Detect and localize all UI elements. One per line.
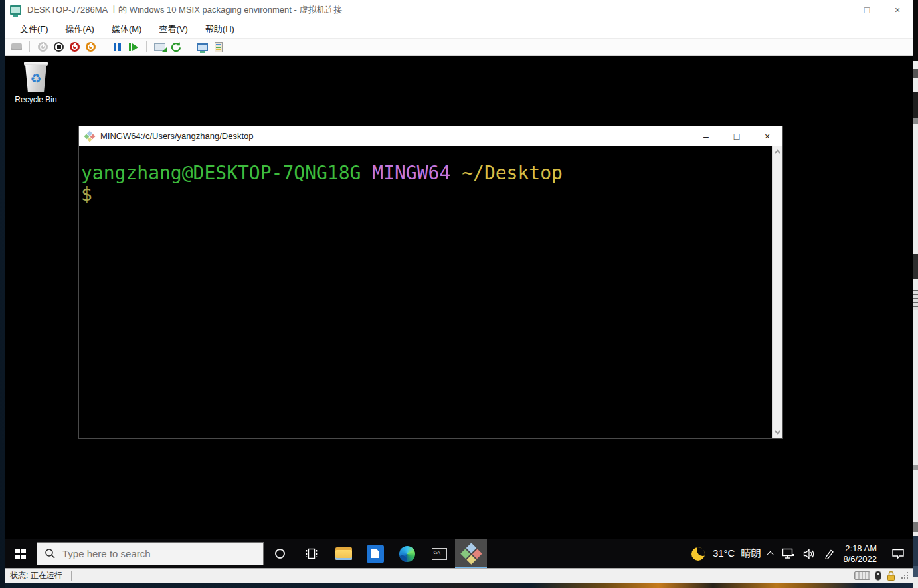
vm-window-title: DESKTOP-J7286MA 上的 Windows 10 MSIX packa…: [27, 4, 342, 16]
mouse-capture-icon: [875, 571, 881, 581]
prompt-user-host: yangzhang@DESKTOP-7QNG18G: [81, 162, 361, 184]
task-view-icon: [305, 548, 318, 559]
toolbar-separator: [104, 41, 104, 52]
cortana-icon: [275, 549, 285, 559]
vm-menu-bar: 文件(F) 操作(A) 媒体(M) 查看(V) 帮助(H): [5, 20, 913, 38]
command-prompt-button[interactable]: C:\_: [423, 539, 455, 568]
clock-date: 8/6/2022: [843, 554, 877, 565]
file-explorer-icon: [335, 547, 352, 560]
recycle-bin-desktop-icon[interactable]: ♻ Recycle Bin: [10, 59, 62, 104]
vm-window-controls: – □ ×: [821, 0, 913, 20]
vm-toolbar: [5, 38, 913, 56]
mingw64-terminal-window: MINGW64:/c/Users/yangzhang/Desktop – □ ×…: [78, 126, 783, 439]
host-wallpaper-sliver: [5, 583, 913, 588]
vm-taskbar: C:\_ 31°C 晴朗: [5, 539, 913, 568]
pause-icon[interactable]: [111, 41, 124, 53]
menu-media[interactable]: 媒体(M): [103, 21, 151, 38]
resize-grip[interactable]: [901, 571, 909, 580]
toolbar-separator: [146, 41, 147, 52]
menu-help[interactable]: 帮助(H): [197, 21, 243, 38]
terminal-prompt-line: yangzhang@DESKTOP-7QNG18G MINGW64 ~/Desk…: [81, 163, 769, 184]
system-tray: 31°C 晴朗 2:18 AM 8/6/202: [691, 539, 913, 568]
terminal-title: MINGW64:/c/Users/yangzhang/Desktop: [100, 131, 253, 141]
stop-vm-icon[interactable]: [52, 41, 65, 53]
maximize-button[interactable]: □: [852, 0, 882, 20]
statusbar-separator: [71, 571, 72, 581]
vm-status-text: 状态: 正在运行: [10, 570, 62, 581]
enhanced-session-icon[interactable]: [196, 41, 209, 53]
terminal-content[interactable]: yangzhang@DESKTOP-7QNG18G MINGW64 ~/Desk…: [79, 146, 782, 438]
terminal-minimize-button[interactable]: –: [691, 126, 721, 146]
vm-desktop: ♻ Recycle Bin MINGW64:/c/Users/yangzhang…: [5, 56, 913, 568]
background-window-sliver: [913, 0, 918, 588]
checkpoint-icon[interactable]: [153, 41, 166, 53]
terminal-close-button[interactable]: ×: [752, 126, 782, 146]
taskbar-clock[interactable]: 2:18 AM 8/6/2022: [843, 543, 877, 565]
shut-down-icon[interactable]: [84, 41, 97, 53]
menu-action[interactable]: 操作(A): [57, 21, 103, 38]
prompt-symbol: $: [81, 183, 92, 205]
terminal-input-line: $: [81, 184, 769, 205]
terminal-scrollbar[interactable]: [772, 146, 782, 438]
search-input[interactable]: [62, 548, 229, 559]
network-icon[interactable]: [782, 548, 795, 559]
vm-status-bar: 状态: 正在运行: [5, 568, 913, 583]
turn-off-icon[interactable]: [68, 41, 81, 53]
minimize-button[interactable]: –: [821, 0, 852, 20]
start-vm-icon[interactable]: [37, 41, 49, 53]
revert-arrow-icon: [170, 41, 181, 52]
prompt-path: ~/Desktop: [462, 162, 563, 184]
vm-connection-window: DESKTOP-J7286MA 上的 Windows 10 MSIX packa…: [5, 0, 913, 583]
show-hidden-icons-chevron[interactable]: [767, 551, 774, 558]
windows-logo-icon: [15, 549, 26, 559]
nat-network-icon[interactable]: [212, 41, 225, 53]
resume-icon[interactable]: [127, 41, 139, 53]
action-center-button[interactable]: [891, 548, 905, 559]
recycle-symbol: ♻: [30, 72, 41, 85]
recycle-bin-label: Recycle Bin: [10, 95, 62, 104]
menu-view[interactable]: 查看(V): [150, 21, 196, 38]
prompt-env: MINGW64: [372, 162, 450, 184]
file-explorer-button[interactable]: [327, 539, 359, 568]
close-button[interactable]: ×: [882, 0, 913, 20]
cortana-button[interactable]: [264, 539, 296, 568]
edge-button[interactable]: [391, 539, 423, 568]
weather-condition: 晴朗: [741, 547, 761, 560]
mingw64-diamond-icon: [84, 130, 96, 142]
scroll-down-icon[interactable]: [775, 428, 781, 435]
command-prompt-icon: C:\_: [432, 548, 447, 560]
msix-packaging-tool-button[interactable]: [359, 539, 391, 568]
clock-time: 2:18 AM: [845, 543, 877, 554]
task-view-button[interactable]: [296, 539, 327, 568]
toolbar-separator: [189, 41, 189, 52]
scroll-up-icon[interactable]: [775, 150, 781, 157]
windows-ink-pen-icon[interactable]: [824, 549, 835, 559]
start-button[interactable]: [5, 539, 37, 568]
msix-packaging-tool-icon: [367, 545, 384, 563]
edge-icon: [399, 546, 415, 562]
volume-icon[interactable]: [803, 549, 816, 559]
hyperv-monitor-icon: [10, 5, 21, 15]
search-icon: [45, 548, 56, 559]
revert-icon[interactable]: [169, 41, 182, 53]
git-bash-mingw64-icon: [460, 543, 482, 565]
weather-widget[interactable]: 31°C 晴朗: [713, 547, 761, 560]
weather-temp: 31°C: [713, 547, 735, 560]
recycle-bin-icon: ♻: [22, 59, 50, 92]
taskbar-search[interactable]: [37, 542, 264, 565]
weather-moon-icon[interactable]: [691, 547, 705, 561]
git-bash-button[interactable]: [455, 539, 487, 568]
vm-window-titlebar[interactable]: DESKTOP-J7286MA 上的 Windows 10 MSIX packa…: [5, 0, 913, 20]
terminal-maximize-button[interactable]: □: [721, 126, 752, 146]
terminal-window-controls: – □ ×: [691, 126, 782, 146]
action-center-icon: [891, 548, 905, 559]
toolbar-separator: [29, 41, 30, 52]
keyboard-capture-icon: [854, 571, 870, 580]
menu-file[interactable]: 文件(F): [11, 21, 57, 38]
statusbar-indicators: [854, 571, 909, 581]
terminal-titlebar[interactable]: MINGW64:/c/Users/yangzhang/Desktop – □ ×: [79, 126, 782, 146]
ctrl-alt-del-icon[interactable]: [10, 41, 23, 53]
lock-icon: [886, 571, 896, 581]
